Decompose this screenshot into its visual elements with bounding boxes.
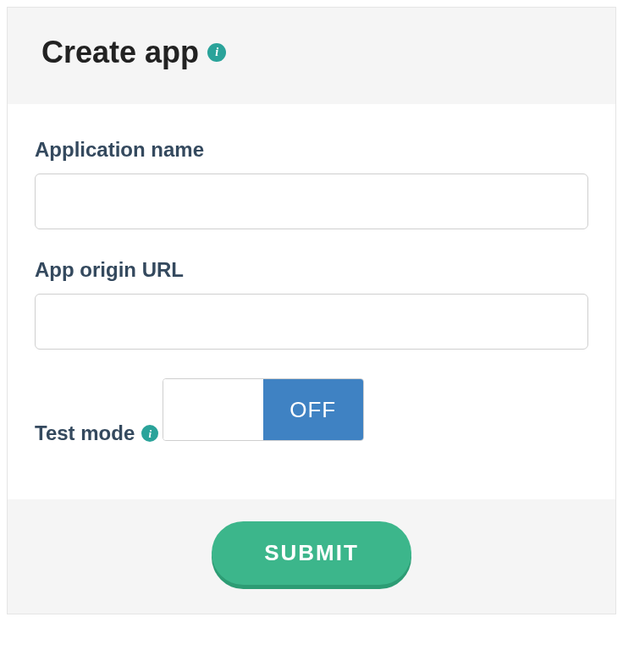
app-name-label: Application name [35,138,204,162]
toggle-on-side [163,379,263,440]
card-body: Application name App origin URL Test mod… [8,104,615,499]
test-mode-label-text: Test mode [35,421,135,445]
toggle-off-side: OFF [263,379,363,440]
page-title-text: Create app [41,35,199,70]
test-mode-label: Test mode i [35,421,158,445]
page-title: Create app i [41,35,226,70]
app-origin-label: App origin URL [35,258,184,282]
form-group-test-mode: Test mode i OFF [35,378,588,457]
create-app-card: Create app i Application name App origin… [7,7,616,614]
info-icon[interactable]: i [141,425,158,442]
submit-button[interactable]: SUBMIT [212,521,411,585]
form-group-app-origin: App origin URL [35,258,588,350]
test-mode-toggle[interactable]: OFF [163,378,364,441]
form-group-app-name: Application name [35,138,588,229]
card-header: Create app i [8,8,615,104]
card-footer: SUBMIT [8,499,615,614]
app-origin-input[interactable] [35,294,588,350]
info-icon[interactable]: i [207,43,226,62]
app-name-input[interactable] [35,174,588,229]
